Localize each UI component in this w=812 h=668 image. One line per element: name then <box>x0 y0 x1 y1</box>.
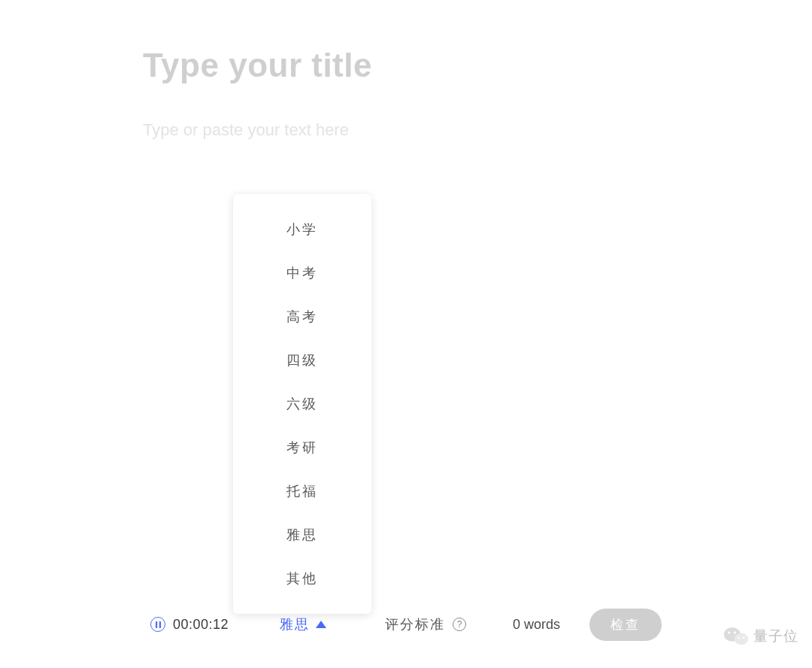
watermark: 量子位 <box>723 626 798 647</box>
help-icon: ? <box>453 618 466 631</box>
check-button[interactable]: 检查 <box>589 609 662 641</box>
exam-selector[interactable]: 雅思 <box>280 615 326 633</box>
grading-standard-link[interactable]: 评分标准 ? <box>385 615 466 633</box>
svg-point-4 <box>728 631 730 633</box>
editor-area: Type your title Type or paste your text … <box>0 0 812 140</box>
exam-dropdown-menu: 小学 中考 高考 四级 六级 考研 托福 雅思 其他 <box>233 194 371 614</box>
title-input[interactable]: Type your title <box>143 47 669 84</box>
wechat-icon <box>723 626 749 647</box>
grading-label: 评分标准 <box>385 615 445 633</box>
bottom-toolbar: 00:00:12 雅思 评分标准 ? 0 words 检查 <box>0 606 812 642</box>
body-input[interactable]: Type or paste your text here <box>143 120 669 140</box>
timer-text: 00:00:12 <box>173 617 229 633</box>
pause-icon[interactable] <box>150 617 165 632</box>
svg-rect-1 <box>159 621 160 628</box>
dropdown-item-kaoyan[interactable]: 考研 <box>233 426 371 469</box>
dropdown-item-cet6[interactable]: 六级 <box>233 382 371 426</box>
timer-group: 00:00:12 <box>150 617 229 633</box>
dropdown-item-gaokao[interactable]: 高考 <box>233 295 371 339</box>
watermark-text: 量子位 <box>753 627 798 646</box>
svg-rect-0 <box>156 621 157 628</box>
dropdown-item-primary[interactable]: 小学 <box>233 208 371 251</box>
exam-selector-label: 雅思 <box>280 615 310 633</box>
dropdown-item-cet4[interactable]: 四级 <box>233 339 371 382</box>
chevron-up-icon <box>316 621 326 628</box>
dropdown-item-zhongkao[interactable]: 中考 <box>233 251 371 295</box>
svg-point-7 <box>743 637 744 639</box>
svg-point-3 <box>734 633 748 645</box>
dropdown-item-toefl[interactable]: 托福 <box>233 469 371 513</box>
word-count: 0 words <box>513 617 560 633</box>
svg-point-5 <box>734 631 736 633</box>
svg-point-6 <box>738 637 739 639</box>
dropdown-item-other[interactable]: 其他 <box>233 557 371 600</box>
dropdown-item-ielts[interactable]: 雅思 <box>233 513 371 557</box>
